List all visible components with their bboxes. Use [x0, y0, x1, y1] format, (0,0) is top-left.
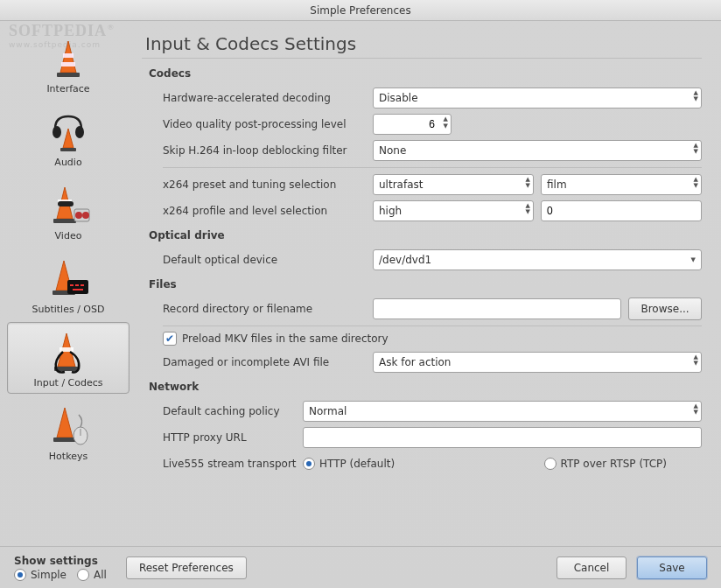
x264-level-input[interactable]: [541, 200, 702, 221]
chevron-down-icon: ▼: [691, 257, 696, 263]
radio-icon: [14, 569, 26, 581]
sidebar-item-hotkeys[interactable]: Hotkeys: [7, 396, 130, 467]
show-settings-label: Show settings: [14, 555, 107, 567]
sidebar-item-label: Hotkeys: [49, 451, 88, 462]
cancel-button[interactable]: Cancel: [556, 556, 626, 579]
footer: Show settings Simple All Reset Preferenc…: [0, 546, 721, 588]
avi-label: Damaged or incomplete AVI file: [163, 356, 373, 368]
hw-decode-select[interactable]: Disable ▲▼: [373, 88, 702, 108]
section-files: Files: [149, 278, 702, 290]
preload-mkv-checkbox[interactable]: [163, 332, 177, 346]
spinner-arrows-icon: ▲▼: [694, 403, 698, 416]
deblock-select[interactable]: None ▲▼: [373, 140, 702, 161]
spinner-arrows-icon: ▲▼: [694, 354, 698, 367]
section-optical: Optical drive: [149, 229, 702, 242]
window-title: Simple Preferences: [0, 0, 721, 21]
show-settings-simple-radio[interactable]: Simple: [14, 569, 66, 581]
spinner-arrows-icon: ▲▼: [694, 177, 698, 189]
record-dir-label: Record directory or filename: [163, 303, 373, 315]
spinner-arrows-icon: ▲▼: [444, 116, 448, 130]
deblock-label: Skip H.264 in-loop deblocking filter: [163, 144, 373, 157]
svg-rect-7: [60, 148, 76, 151]
svg-point-4: [52, 126, 61, 138]
spinner-arrows-icon: ▲▼: [694, 90, 698, 102]
svg-point-5: [75, 126, 84, 138]
caching-select[interactable]: Normal ▲▼: [303, 401, 702, 422]
svg-rect-10: [53, 219, 76, 223]
save-button[interactable]: Save: [637, 556, 707, 579]
svg-rect-23: [60, 347, 74, 352]
svg-marker-6: [63, 129, 74, 148]
cone-icon: [40, 34, 96, 83]
proxy-input[interactable]: [303, 427, 702, 448]
cone-cable-icon: [40, 328, 96, 377]
preload-mkv-label: Preload MKV files in the same directory: [182, 332, 388, 345]
section-codecs: Codecs: [149, 67, 702, 80]
transport-http-radio[interactable]: HTTP (default): [303, 458, 395, 470]
show-settings-all-radio[interactable]: All: [77, 569, 107, 581]
x264-profile-label: x264 profile and level selection: [163, 205, 373, 217]
cone-mouse-icon: [40, 402, 96, 451]
postproc-label: Video quality post-processing level: [163, 118, 373, 130]
section-network: Network: [149, 381, 702, 393]
sidebar: Interface Audio Video Subtitles / OSD In…: [0, 21, 136, 546]
avi-select[interactable]: Ask for action ▲▼: [373, 352, 702, 373]
sidebar-item-subtitles[interactable]: Subtitles / OSD: [7, 248, 130, 320]
x264-preset-select[interactable]: ultrafast ▲▼: [373, 174, 534, 195]
divider: [142, 58, 702, 59]
optical-device-label: Default optical device: [163, 254, 373, 266]
sidebar-item-label: Interface: [46, 83, 89, 94]
svg-rect-17: [67, 280, 88, 294]
radio-icon: [77, 569, 89, 581]
radio-icon: [303, 458, 315, 470]
svg-rect-20: [80, 284, 84, 286]
svg-rect-3: [57, 73, 80, 77]
svg-rect-19: [75, 284, 79, 286]
postproc-spin[interactable]: ▲▼: [373, 114, 452, 135]
svg-rect-1: [63, 53, 74, 58]
x264-profile-select[interactable]: high ▲▼: [373, 200, 534, 221]
svg-point-12: [75, 212, 82, 219]
svg-rect-14: [58, 201, 74, 206]
spinner-arrows-icon: ▲▼: [694, 143, 698, 155]
x264-tune-select[interactable]: film ▲▼: [541, 174, 702, 195]
caching-label: Default caching policy: [163, 405, 303, 417]
sidebar-item-input-codecs[interactable]: Input / Codecs: [7, 322, 130, 394]
spinner-arrows-icon: ▲▼: [526, 177, 530, 189]
page-title: Input & Codecs Settings: [145, 33, 702, 54]
x264-preset-label: x264 preset and tuning selection: [163, 178, 373, 191]
sidebar-item-label: Video: [55, 230, 82, 242]
browse-button[interactable]: Browse...: [628, 298, 702, 320]
spinner-arrows-icon: ▲▼: [526, 203, 530, 215]
svg-rect-26: [53, 438, 76, 442]
svg-rect-21: [73, 289, 83, 290]
transport-label: Live555 stream transport: [163, 458, 303, 470]
svg-marker-25: [57, 408, 73, 438]
record-dir-input[interactable]: [373, 298, 621, 319]
svg-point-13: [82, 212, 89, 219]
sidebar-item-label: Audio: [54, 157, 81, 168]
cone-glasses-icon: [40, 181, 96, 230]
radio-icon: [544, 458, 556, 470]
proxy-label: HTTP proxy URL: [163, 431, 303, 444]
hw-decode-label: Hardware-accelerated decoding: [163, 92, 373, 104]
svg-rect-2: [61, 62, 75, 66]
sidebar-item-interface[interactable]: Interface: [7, 28, 130, 100]
svg-rect-18: [70, 284, 74, 286]
sidebar-item-label: Subtitles / OSD: [32, 304, 105, 315]
content-panel: Input & Codecs Settings Codecs Hardware-…: [136, 21, 721, 546]
cone-subtitle-icon: [40, 255, 96, 304]
reset-preferences-button[interactable]: Reset Preferences: [126, 556, 247, 579]
divider: [163, 326, 702, 326]
divider: [163, 167, 702, 168]
transport-rtp-radio[interactable]: RTP over RTSP (TCP): [544, 458, 668, 470]
optical-device-select[interactable]: /dev/dvd1 ▼: [373, 249, 702, 270]
headphones-cone-icon: [40, 108, 96, 157]
sidebar-item-label: Input / Codecs: [33, 377, 102, 388]
sidebar-item-audio[interactable]: Audio: [7, 102, 130, 173]
sidebar-item-video[interactable]: Video: [7, 175, 130, 247]
